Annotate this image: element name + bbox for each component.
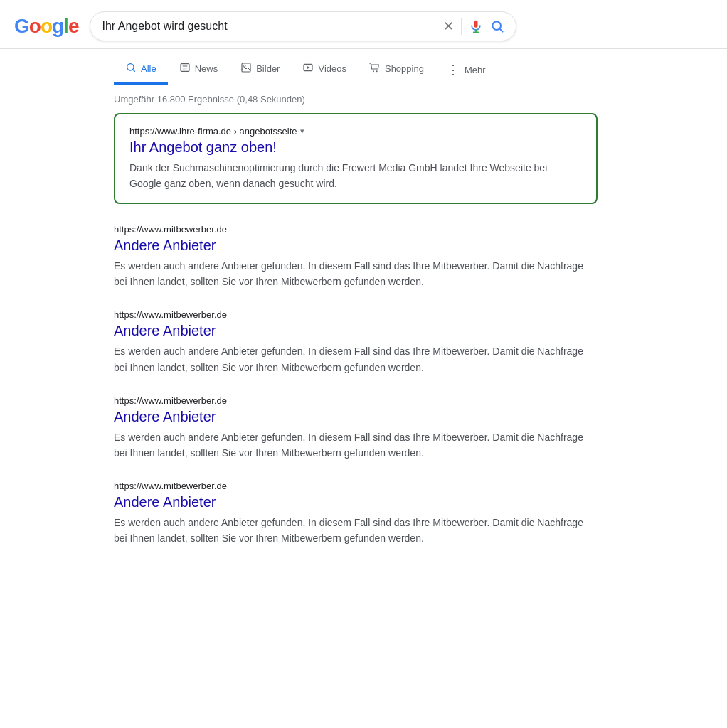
- tab-videos[interactable]: Videos: [291, 55, 358, 85]
- featured-result: https://www.ihre-firma.de › angebotsseit…: [114, 113, 598, 204]
- tab-mehr-label: Mehr: [465, 65, 486, 75]
- tab-bilder-label: Bilder: [256, 63, 280, 74]
- result-title-1[interactable]: Andere Anbieter: [114, 323, 598, 339]
- search-button-icon[interactable]: [490, 19, 504, 33]
- tab-shopping-label: Shopping: [385, 63, 424, 74]
- logo-g: G: [14, 15, 29, 38]
- result-url-1: https://www.mitbewerber.de: [114, 309, 598, 320]
- svg-point-16: [376, 70, 378, 72]
- svg-rect-0: [474, 21, 478, 28]
- logo-o2: o: [41, 15, 52, 38]
- logo-g2: g: [52, 15, 63, 38]
- result-snippet-0: Es werden auch andere Anbieter gefunden.…: [114, 258, 598, 289]
- results-info: Umgefähr 16.800 Ergebnisse (0,48 Sekunde…: [0, 85, 727, 113]
- result-item-1: https://www.mitbewerber.de Andere Anbiet…: [114, 309, 598, 375]
- mic-icon[interactable]: [469, 19, 483, 33]
- header: Google ✕: [0, 0, 727, 49]
- svg-line-6: [133, 70, 135, 72]
- search-bar: ✕: [90, 11, 516, 41]
- svg-marker-14: [307, 66, 310, 69]
- news-icon: [179, 62, 191, 75]
- svg-rect-11: [242, 63, 250, 72]
- clear-icon[interactable]: ✕: [443, 18, 454, 34]
- result-snippet-3: Es werden auch andere Anbieter gefunden.…: [114, 515, 598, 546]
- svg-point-12: [244, 65, 246, 67]
- tab-alle-label: Alle: [141, 63, 156, 74]
- result-item-2: https://www.mitbewerber.de Andere Anbiet…: [114, 395, 598, 461]
- tab-bilder[interactable]: Bilder: [229, 55, 291, 85]
- videos-icon: [302, 62, 314, 75]
- result-url-2: https://www.mitbewerber.de: [114, 395, 598, 406]
- bilder-icon: [240, 62, 252, 75]
- result-snippet-2: Es werden auch andere Anbieter gefunden.…: [114, 429, 598, 461]
- result-snippet-1: Es werden auch andere Anbieter gefunden.…: [114, 343, 598, 375]
- alle-icon: [125, 62, 137, 75]
- result-title-0[interactable]: Andere Anbieter: [114, 237, 598, 254]
- tab-news[interactable]: News: [168, 55, 230, 85]
- google-logo: Google: [14, 15, 78, 38]
- result-url-0: https://www.mitbewerber.de: [114, 224, 598, 235]
- result-item-3: https://www.mitbewerber.de Andere Anbiet…: [114, 481, 598, 546]
- result-title-3[interactable]: Andere Anbieter: [114, 494, 598, 510]
- search-divider: [461, 18, 462, 35]
- result-item-0: https://www.mitbewerber.de Andere Anbiet…: [114, 224, 598, 289]
- logo-e: e: [68, 15, 79, 38]
- svg-point-15: [373, 70, 374, 72]
- logo-o1: o: [29, 15, 41, 38]
- search-input[interactable]: [102, 20, 436, 33]
- tab-alle[interactable]: Alle: [114, 55, 168, 85]
- featured-snippet: Dank der Suchmaschinenoptimierung durch …: [129, 160, 582, 191]
- result-url-3: https://www.mitbewerber.de: [114, 481, 598, 491]
- tab-videos-label: Videos: [318, 63, 346, 74]
- featured-title[interactable]: Ihr Angebot ganz oben!: [129, 139, 582, 156]
- tab-mehr[interactable]: ⋮ Mehr: [435, 55, 497, 85]
- svg-line-4: [500, 29, 503, 32]
- shopping-icon: [369, 62, 381, 75]
- search-icons: ✕: [443, 18, 504, 35]
- featured-url: https://www.ihre-firma.de › angebotsseit…: [129, 126, 582, 136]
- result-title-2[interactable]: Andere Anbieter: [114, 409, 598, 425]
- tab-news-label: News: [195, 63, 218, 74]
- logo-l: l: [63, 15, 68, 38]
- tab-shopping[interactable]: Shopping: [358, 55, 435, 85]
- nav-tabs: Alle News Bilder: [0, 49, 727, 85]
- results-container: https://www.ihre-firma.de › angebotsseit…: [0, 113, 727, 580]
- mehr-dots-icon: ⋮: [447, 62, 460, 77]
- featured-url-arrow: ▾: [300, 127, 304, 136]
